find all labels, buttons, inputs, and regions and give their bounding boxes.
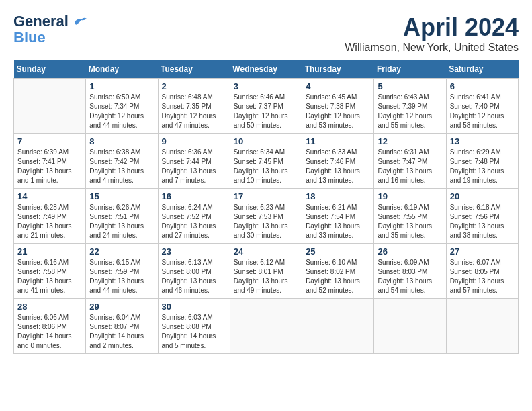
header: General Blue April 2024 Williamson, New … <box>13 13 519 54</box>
calendar-cell: 12Sunrise: 6:31 AM Sunset: 7:47 PM Dayli… <box>374 134 446 189</box>
calendar-cell: 1Sunrise: 6:50 AM Sunset: 7:34 PM Daylig… <box>86 79 158 134</box>
calendar-cell: 19Sunrise: 6:19 AM Sunset: 7:55 PM Dayli… <box>374 189 446 244</box>
day-info: Sunrise: 6:29 AM Sunset: 7:48 PM Dayligh… <box>450 148 515 185</box>
day-number: 20 <box>450 191 515 201</box>
day-info: Sunrise: 6:33 AM Sunset: 7:46 PM Dayligh… <box>306 148 370 185</box>
bird-icon <box>73 17 88 28</box>
calendar-cell: 30Sunrise: 6:03 AM Sunset: 8:08 PM Dayli… <box>158 299 230 354</box>
calendar-cell: 10Sunrise: 6:34 AM Sunset: 7:45 PM Dayli… <box>230 134 302 189</box>
title-section: April 2024 Williamson, New York, United … <box>345 13 519 54</box>
day-number: 9 <box>162 136 226 146</box>
day-info: Sunrise: 6:41 AM Sunset: 7:40 PM Dayligh… <box>450 93 515 130</box>
location-subtitle: Williamson, New York, United States <box>345 42 519 54</box>
day-number: 8 <box>89 136 154 146</box>
calendar-cell: 26Sunrise: 6:09 AM Sunset: 8:03 PM Dayli… <box>374 244 446 299</box>
day-number: 2 <box>162 81 226 91</box>
day-number: 14 <box>17 191 82 201</box>
day-info: Sunrise: 6:15 AM Sunset: 7:59 PM Dayligh… <box>89 258 154 295</box>
calendar-cell: 18Sunrise: 6:21 AM Sunset: 7:54 PM Dayli… <box>302 189 374 244</box>
calendar-cell: 25Sunrise: 6:10 AM Sunset: 8:02 PM Dayli… <box>302 244 374 299</box>
day-number: 4 <box>306 81 370 91</box>
day-info: Sunrise: 6:38 AM Sunset: 7:42 PM Dayligh… <box>89 148 154 185</box>
calendar-cell: 8Sunrise: 6:38 AM Sunset: 7:42 PM Daylig… <box>86 134 158 189</box>
calendar-header-row: SundayMondayTuesdayWednesdayThursdayFrid… <box>14 60 519 79</box>
day-info: Sunrise: 6:26 AM Sunset: 7:51 PM Dayligh… <box>89 203 154 240</box>
calendar-cell: 11Sunrise: 6:33 AM Sunset: 7:46 PM Dayli… <box>302 134 374 189</box>
month-title: April 2024 <box>345 13 519 42</box>
calendar-cell: 15Sunrise: 6:26 AM Sunset: 7:51 PM Dayli… <box>86 189 158 244</box>
calendar-cell: 3Sunrise: 6:46 AM Sunset: 7:37 PM Daylig… <box>230 79 302 134</box>
day-number: 21 <box>17 246 82 257</box>
calendar-cell: 13Sunrise: 6:29 AM Sunset: 7:48 PM Dayli… <box>446 134 518 189</box>
logo-text: General <box>13 13 88 30</box>
day-number: 23 <box>162 246 226 257</box>
day-number: 18 <box>306 191 370 201</box>
weekday-header: Friday <box>374 60 446 79</box>
day-info: Sunrise: 6:04 AM Sunset: 8:07 PM Dayligh… <box>89 313 154 351</box>
calendar: SundayMondayTuesdayWednesdayThursdayFrid… <box>13 60 519 354</box>
calendar-cell: 29Sunrise: 6:04 AM Sunset: 8:07 PM Dayli… <box>86 299 158 354</box>
calendar-cell: 2Sunrise: 6:48 AM Sunset: 7:35 PM Daylig… <box>158 79 230 134</box>
day-number: 30 <box>162 302 226 312</box>
day-number: 5 <box>378 81 442 91</box>
day-number: 26 <box>378 246 442 257</box>
logo: General Blue <box>13 13 88 46</box>
weekday-header: Saturday <box>446 60 518 79</box>
day-number: 29 <box>89 302 154 312</box>
calendar-week-row: 1Sunrise: 6:50 AM Sunset: 7:34 PM Daylig… <box>14 79 519 134</box>
calendar-week-row: 14Sunrise: 6:28 AM Sunset: 7:49 PM Dayli… <box>14 189 519 244</box>
calendar-cell <box>302 299 374 354</box>
day-number: 7 <box>17 136 82 146</box>
calendar-cell: 27Sunrise: 6:07 AM Sunset: 8:05 PM Dayli… <box>446 244 518 299</box>
day-info: Sunrise: 6:48 AM Sunset: 7:35 PM Dayligh… <box>162 93 226 130</box>
day-info: Sunrise: 6:19 AM Sunset: 7:55 PM Dayligh… <box>378 203 442 240</box>
day-info: Sunrise: 6:10 AM Sunset: 8:02 PM Dayligh… <box>306 258 370 295</box>
day-number: 1 <box>89 81 154 91</box>
day-number: 15 <box>89 191 154 201</box>
weekday-header: Thursday <box>302 60 374 79</box>
calendar-cell: 6Sunrise: 6:41 AM Sunset: 7:40 PM Daylig… <box>446 79 518 134</box>
day-info: Sunrise: 6:18 AM Sunset: 7:56 PM Dayligh… <box>450 203 515 240</box>
weekday-header: Tuesday <box>158 60 230 79</box>
calendar-cell <box>374 299 446 354</box>
calendar-cell: 14Sunrise: 6:28 AM Sunset: 7:49 PM Dayli… <box>14 189 86 244</box>
day-number: 28 <box>17 302 82 312</box>
calendar-cell: 28Sunrise: 6:06 AM Sunset: 8:06 PM Dayli… <box>14 299 86 354</box>
day-info: Sunrise: 6:39 AM Sunset: 7:41 PM Dayligh… <box>17 148 82 185</box>
day-info: Sunrise: 6:46 AM Sunset: 7:37 PM Dayligh… <box>234 93 298 130</box>
calendar-cell <box>14 79 86 134</box>
calendar-cell: 24Sunrise: 6:12 AM Sunset: 8:01 PM Dayli… <box>230 244 302 299</box>
day-info: Sunrise: 6:16 AM Sunset: 7:58 PM Dayligh… <box>17 258 82 295</box>
day-number: 27 <box>450 246 515 257</box>
day-number: 13 <box>450 136 515 146</box>
calendar-cell <box>230 299 302 354</box>
day-info: Sunrise: 6:03 AM Sunset: 8:08 PM Dayligh… <box>162 313 226 351</box>
day-number: 3 <box>234 81 298 91</box>
day-number: 25 <box>306 246 370 257</box>
day-number: 11 <box>306 136 370 146</box>
day-number: 17 <box>234 191 298 201</box>
calendar-cell: 20Sunrise: 6:18 AM Sunset: 7:56 PM Dayli… <box>446 189 518 244</box>
weekday-header: Wednesday <box>230 60 302 79</box>
day-number: 24 <box>234 246 298 257</box>
day-number: 19 <box>378 191 442 201</box>
calendar-cell: 23Sunrise: 6:13 AM Sunset: 8:00 PM Dayli… <box>158 244 230 299</box>
day-info: Sunrise: 6:36 AM Sunset: 7:44 PM Dayligh… <box>162 148 226 185</box>
day-number: 22 <box>89 246 154 257</box>
weekday-header: Monday <box>86 60 158 79</box>
weekday-header: Sunday <box>14 60 86 79</box>
day-info: Sunrise: 6:09 AM Sunset: 8:03 PM Dayligh… <box>378 258 442 295</box>
day-info: Sunrise: 6:21 AM Sunset: 7:54 PM Dayligh… <box>306 203 370 240</box>
day-info: Sunrise: 6:12 AM Sunset: 8:01 PM Dayligh… <box>234 258 298 295</box>
calendar-week-row: 7Sunrise: 6:39 AM Sunset: 7:41 PM Daylig… <box>14 134 519 189</box>
day-info: Sunrise: 6:06 AM Sunset: 8:06 PM Dayligh… <box>17 313 82 351</box>
calendar-cell: 4Sunrise: 6:45 AM Sunset: 7:38 PM Daylig… <box>302 79 374 134</box>
day-number: 10 <box>234 136 298 146</box>
day-info: Sunrise: 6:34 AM Sunset: 7:45 PM Dayligh… <box>234 148 298 185</box>
calendar-cell: 17Sunrise: 6:23 AM Sunset: 7:53 PM Dayli… <box>230 189 302 244</box>
day-info: Sunrise: 6:24 AM Sunset: 7:52 PM Dayligh… <box>162 203 226 240</box>
calendar-week-row: 28Sunrise: 6:06 AM Sunset: 8:06 PM Dayli… <box>14 299 519 354</box>
calendar-cell <box>446 299 518 354</box>
calendar-cell: 7Sunrise: 6:39 AM Sunset: 7:41 PM Daylig… <box>14 134 86 189</box>
calendar-cell: 9Sunrise: 6:36 AM Sunset: 7:44 PM Daylig… <box>158 134 230 189</box>
